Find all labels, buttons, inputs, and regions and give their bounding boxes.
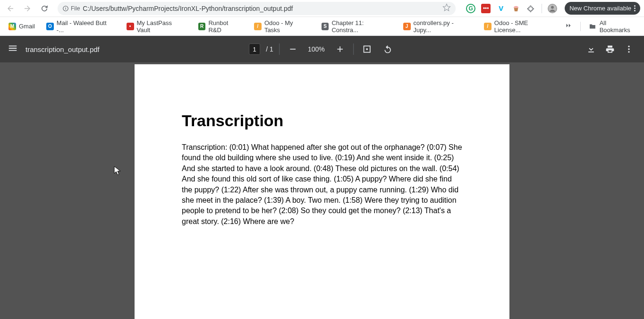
extensions-menu-button[interactable] — [526, 4, 536, 13]
doc-icon: S — [322, 23, 329, 30]
bookmark-item[interactable]: / Odoo - SME License... — [481, 17, 559, 35]
bookmark-item[interactable]: S Chapter 11: Constra... — [319, 17, 395, 35]
separator — [279, 43, 280, 55]
extension-icons: G ••• v — [466, 4, 557, 13]
file-badge: File — [62, 5, 80, 12]
document-body: Transcription: (0:01) What happened afte… — [182, 142, 462, 227]
runbot-icon: R — [198, 23, 206, 30]
kebab-icon — [634, 5, 636, 11]
arrow-left-icon — [6, 4, 15, 13]
extension-generic-icon[interactable] — [511, 4, 521, 13]
bookmarks-bar: M Gmail O Mail - Waleed Butt -... • My L… — [0, 17, 644, 36]
arrow-right-icon — [23, 4, 32, 13]
bookmark-item[interactable]: M Gmail — [6, 21, 38, 32]
bookmarks-overflow-button[interactable] — [564, 21, 573, 32]
bookmark-label: Odoo - My Tasks — [264, 19, 310, 34]
pdf-menu-button[interactable] — [8, 43, 18, 55]
pdf-filename: transcription_output.pdf — [25, 45, 100, 53]
bookmark-label: Odoo - SME License... — [494, 19, 556, 34]
avatar-icon — [548, 4, 557, 13]
all-bookmarks-button[interactable]: All Bookmarks — [588, 19, 638, 34]
page-number-input[interactable] — [249, 43, 260, 55]
outlook-icon: O — [46, 23, 54, 30]
bookmark-label: Mail - Waleed Butt -... — [57, 19, 115, 34]
minus-icon — [288, 44, 297, 54]
svg-rect-5 — [290, 49, 296, 50]
chrome-update-button[interactable]: New Chrome available — [565, 2, 640, 15]
reload-icon — [40, 4, 49, 13]
download-button[interactable] — [584, 42, 599, 57]
zoom-level: 100% — [306, 45, 327, 53]
profile-avatar[interactable] — [548, 4, 557, 13]
plus-icon — [335, 44, 345, 54]
bookmark-label: My LastPass Vault — [137, 19, 187, 34]
print-button[interactable] — [602, 42, 618, 57]
forward-button[interactable] — [21, 2, 34, 15]
page-total-value: 1 — [270, 45, 273, 53]
svg-rect-2 — [65, 7, 66, 7]
bookmark-item[interactable]: • My LastPass Vault — [124, 17, 190, 35]
svg-point-12 — [628, 51, 629, 52]
odoo-icon: / — [484, 23, 491, 30]
pdf-page: Transcription Transcription: (0:01) What… — [135, 64, 509, 319]
separator — [542, 4, 542, 13]
svg-point-4 — [551, 6, 554, 9]
document-heading: Transcription — [182, 112, 462, 130]
bookmark-label: controllers.py - Jupy... — [414, 19, 473, 34]
odoo-icon: / — [254, 23, 262, 30]
address-bar[interactable]: File C:/Users/buttw/PycharmProjects/Iron… — [58, 2, 456, 15]
svg-rect-9 — [366, 48, 367, 50]
pdf-toolbar-center: / 1 100% — [249, 42, 395, 57]
reload-button[interactable] — [38, 2, 51, 15]
fit-page-button[interactable] — [359, 42, 374, 57]
separator — [353, 43, 354, 55]
page-total: / 1 — [266, 45, 273, 53]
extension-lastpass-icon[interactable]: ••• — [481, 4, 491, 13]
zoom-in-button[interactable] — [332, 42, 347, 57]
bookmark-label: Runbot R&D — [208, 19, 243, 34]
svg-point-11 — [628, 48, 629, 50]
gmail-icon: M — [8, 23, 16, 30]
jupyter-icon: J — [403, 23, 411, 30]
bookmark-item[interactable]: / Odoo - My Tasks — [251, 17, 313, 35]
bookmark-label: Chapter 11: Constra... — [331, 19, 391, 34]
star-icon — [442, 3, 451, 12]
bookmark-item[interactable]: O Mail - Waleed Butt -... — [43, 17, 118, 35]
lastpass-icon: • — [127, 23, 134, 30]
fit-page-icon — [362, 44, 372, 54]
svg-rect-1 — [65, 8, 66, 9]
pdf-toolbar-right — [584, 42, 636, 57]
bookmark-item[interactable]: J controllers.py - Jupy... — [400, 17, 475, 35]
chevron-double-right-icon — [564, 21, 573, 30]
url-text: C:/Users/buttw/PycharmProjects/IronXL-Py… — [83, 5, 293, 12]
bookmark-item[interactable]: R Runbot R&D — [195, 17, 246, 35]
pdf-more-button[interactable] — [621, 42, 636, 57]
kebab-icon — [624, 44, 634, 54]
bookmark-label: Gmail — [19, 23, 35, 30]
svg-rect-7 — [339, 46, 340, 52]
extension-grammarly-icon[interactable]: G — [466, 4, 475, 13]
info-icon — [62, 5, 69, 12]
separator — [580, 22, 581, 31]
print-icon — [605, 44, 615, 54]
download-icon — [586, 44, 596, 54]
folder-icon — [588, 22, 597, 31]
rotate-icon — [383, 44, 392, 54]
back-button[interactable] — [4, 2, 17, 15]
chrome-update-label: New Chrome available — [569, 5, 631, 12]
mouse-cursor-icon — [114, 166, 121, 176]
pdf-toolbar: transcription_output.pdf / 1 100% — [0, 36, 644, 62]
puzzle-icon — [527, 4, 535, 13]
pdf-content-area[interactable]: Transcription Transcription: (0:01) What… — [0, 62, 644, 319]
extension-vimeo-icon[interactable]: v — [496, 4, 506, 13]
hamburger-icon — [8, 43, 18, 53]
browser-nav-bar: File C:/Users/buttw/PycharmProjects/Iron… — [0, 0, 644, 17]
zoom-out-button[interactable] — [285, 42, 300, 57]
rotate-button[interactable] — [380, 42, 395, 57]
all-bookmarks-label: All Bookmarks — [600, 19, 638, 34]
cupcake-icon — [512, 4, 520, 13]
bookmark-star-button[interactable] — [442, 3, 451, 14]
svg-point-10 — [628, 46, 629, 47]
file-badge-label: File — [71, 5, 80, 12]
